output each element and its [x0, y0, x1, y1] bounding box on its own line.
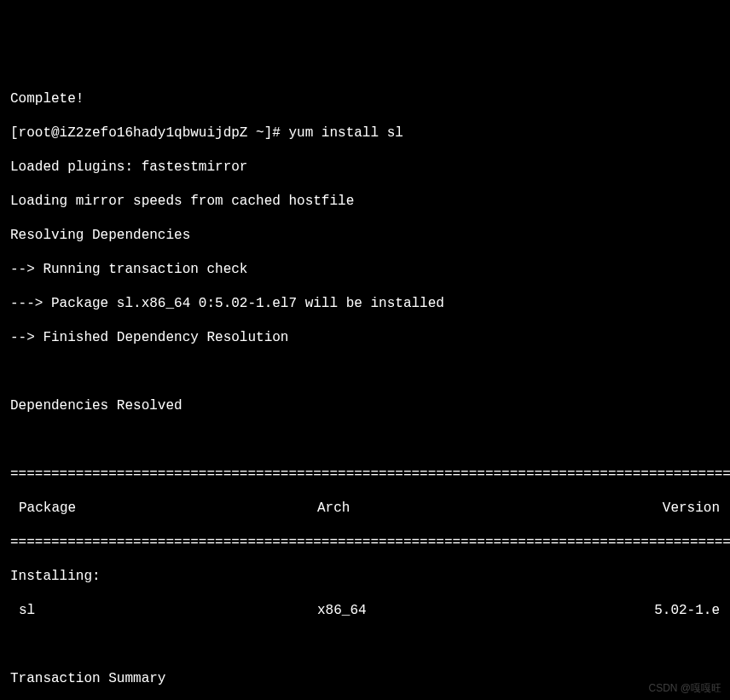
header-version: Version	[641, 500, 720, 517]
blank-line	[10, 636, 720, 653]
table-header: PackageArchVersion	[10, 500, 720, 517]
divider-line: ========================================…	[10, 466, 720, 483]
output-line: Installing:	[10, 568, 720, 585]
output-line: Dependencies Resolved	[10, 397, 720, 414]
command-text: yum install sl	[288, 125, 403, 141]
output-line: Resolving Dependencies	[10, 227, 720, 244]
output-line: Complete!	[10, 90, 720, 107]
header-package: Package	[10, 500, 317, 517]
prompt-user: [root@iZ2zefo16hady1qbwuijdpZ ~]#	[10, 125, 288, 141]
blank-line	[10, 431, 720, 448]
watermark: CSDN @嘎嘎旺	[648, 682, 721, 695]
terminal-output[interactable]: Complete! [root@iZ2zefo16hady1qbwuijdpZ …	[10, 73, 720, 700]
cell-package: sl	[10, 602, 317, 619]
cell-version: 5.02-1.e	[641, 602, 720, 619]
prompt-line: [root@iZ2zefo16hady1qbwuijdpZ ~]# yum in…	[10, 124, 720, 142]
cell-arch: x86_64	[317, 602, 641, 619]
output-line: Transaction Summary	[10, 670, 720, 687]
table-row: slx86_645.02-1.e	[10, 602, 720, 619]
output-line: Loaded plugins: fastestmirror	[10, 159, 720, 176]
output-line: --> Running transaction check	[10, 261, 720, 278]
header-arch: Arch	[317, 500, 641, 517]
blank-line	[10, 363, 720, 380]
divider-line: ========================================…	[10, 534, 720, 551]
output-line: ---> Package sl.x86_64 0:5.02-1.el7 will…	[10, 295, 720, 312]
output-line: --> Finished Dependency Resolution	[10, 329, 720, 346]
output-line: Loading mirror speeds from cached hostfi…	[10, 193, 720, 210]
